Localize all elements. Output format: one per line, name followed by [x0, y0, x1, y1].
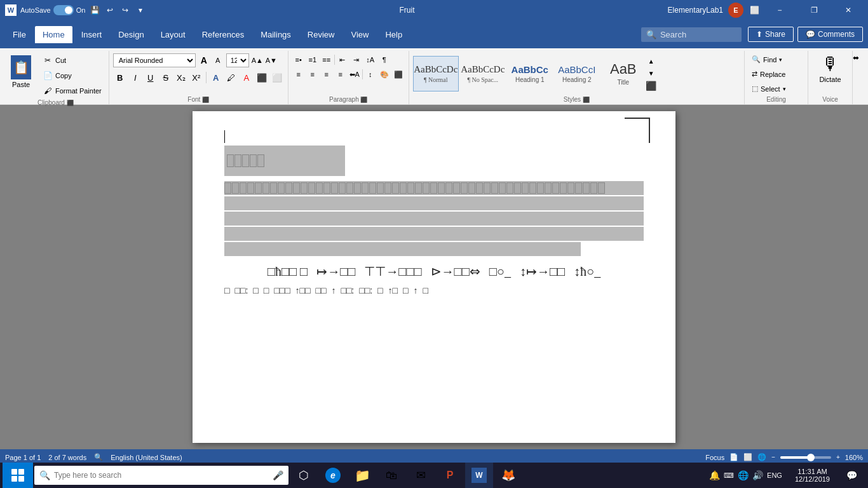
- bullets-button[interactable]: ≡•: [292, 53, 305, 66]
- char-shading-button[interactable]: ⬛: [255, 71, 269, 85]
- styles-label[interactable]: Styles ⬛: [413, 95, 740, 104]
- clock[interactable]: 11:31 AM 12/12/2019: [790, 468, 835, 483]
- autosave-toggle[interactable]: [53, 5, 74, 15]
- store-button[interactable]: 🛍: [377, 463, 405, 488]
- zoom-percent[interactable]: 160%: [845, 454, 863, 461]
- undo-button[interactable]: ↩: [104, 4, 116, 16]
- ribbon-collapse-button[interactable]: ⬌: [853, 53, 859, 62]
- decrease-indent-button[interactable]: ⇤: [336, 53, 349, 66]
- autosave-control[interactable]: AutoSave On: [20, 5, 85, 15]
- focus-label[interactable]: Focus: [705, 454, 724, 461]
- keyboard-icon[interactable]: ⌨: [724, 471, 734, 480]
- voice-label[interactable]: Voice: [812, 95, 848, 104]
- dictate-button[interactable]: 🎙: [822, 53, 839, 74]
- web-layout-icon[interactable]: 🌐: [757, 453, 766, 461]
- styles-scroll-down[interactable]: ▼: [647, 67, 656, 79]
- style-heading2[interactable]: AaBbCcI Heading 2: [554, 56, 600, 92]
- save-button[interactable]: 💾: [89, 4, 100, 16]
- more-actions-button[interactable]: ▾: [135, 4, 146, 16]
- menu-home[interactable]: Home: [35, 26, 72, 43]
- numbering-button[interactable]: ≡1: [306, 53, 319, 66]
- increase-indent-button[interactable]: ⇥: [350, 53, 363, 66]
- share-button[interactable]: ⬆ Share: [748, 27, 794, 42]
- justify-button[interactable]: ≡: [334, 68, 347, 81]
- mail-button[interactable]: ✉: [407, 463, 435, 488]
- bold-button[interactable]: B: [113, 71, 127, 85]
- close-button[interactable]: ✕: [834, 0, 863, 20]
- zoom-slider[interactable]: [780, 456, 831, 459]
- increase-size-button[interactable]: A▲: [252, 55, 263, 66]
- search-input[interactable]: [660, 30, 736, 39]
- volume-icon[interactable]: 🔊: [752, 470, 763, 480]
- select-button[interactable]: ⬚ Select ▾: [749, 83, 804, 95]
- paragraph-label[interactable]: Paragraph ⬛: [292, 95, 405, 104]
- highlight-button[interactable]: 🖊: [224, 71, 238, 85]
- style-title[interactable]: AaB Title: [601, 56, 646, 92]
- font-label[interactable]: Font ⬛: [113, 95, 284, 104]
- menu-references[interactable]: References: [194, 26, 252, 43]
- char-border-button[interactable]: ⬜: [270, 71, 284, 85]
- menu-file[interactable]: File: [5, 26, 34, 43]
- subscript-button[interactable]: X₂: [174, 71, 188, 85]
- clipboard-label[interactable]: Clipboard ⬛: [6, 98, 105, 107]
- comments-button[interactable]: 💬 Comments: [797, 27, 863, 42]
- show-marks-button[interactable]: ¶: [378, 53, 391, 66]
- styles-more-button[interactable]: ⬛: [647, 79, 656, 92]
- strikethrough-button[interactable]: S: [159, 71, 173, 85]
- superscript-button[interactable]: X²: [189, 71, 203, 85]
- taskbar-search-box[interactable]: 🔍 🎤: [34, 466, 288, 485]
- multilevel-button[interactable]: ≡≡: [320, 53, 333, 66]
- menu-layout[interactable]: Layout: [153, 26, 193, 43]
- menu-review[interactable]: Review: [300, 26, 342, 43]
- ltr-button[interactable]: ⬅A: [348, 68, 361, 81]
- paste-button[interactable]: 📋 Paste: [6, 53, 36, 90]
- redo-button[interactable]: ↪: [119, 4, 131, 16]
- align-center-button[interactable]: ≡: [306, 68, 319, 81]
- menu-mailings[interactable]: Mailings: [253, 26, 299, 43]
- find-button[interactable]: 🔍 Find ▾: [749, 53, 804, 65]
- shading-button[interactable]: 🎨: [378, 68, 391, 81]
- shrink-font-button[interactable]: A: [212, 55, 224, 66]
- editing-label[interactable]: Editing: [749, 95, 804, 104]
- style-heading1[interactable]: AaBbCc Heading 1: [507, 56, 553, 92]
- text-effects-button[interactable]: A: [209, 71, 223, 85]
- zoom-plus-icon[interactable]: +: [836, 454, 840, 461]
- menu-help[interactable]: Help: [377, 26, 410, 43]
- start-button[interactable]: [3, 463, 33, 488]
- style-normal[interactable]: AaBbCcDc ¶ Normal: [413, 56, 459, 92]
- menu-design[interactable]: Design: [111, 26, 151, 43]
- search-box[interactable]: 🔍: [641, 27, 742, 42]
- language-indicator[interactable]: ENG: [767, 471, 782, 479]
- font-size-select[interactable]: 12: [226, 53, 249, 67]
- borders-button[interactable]: ⬛: [392, 68, 405, 81]
- network-icon[interactable]: 🌐: [738, 470, 749, 480]
- format-painter-button[interactable]: 🖌 Format Painter: [39, 84, 105, 98]
- style-no-spacing[interactable]: AaBbCcDc ¶ No Spac...: [460, 56, 506, 92]
- minimize-button[interactable]: −: [765, 0, 794, 20]
- microphone-icon[interactable]: 🎤: [273, 470, 283, 480]
- grow-font-button[interactable]: A: [198, 55, 210, 66]
- restore-button[interactable]: ❐: [799, 0, 829, 20]
- powerpoint-button[interactable]: P: [436, 463, 464, 488]
- taskbar-search-input[interactable]: [54, 471, 269, 480]
- task-view-button[interactable]: ⬡: [290, 463, 318, 488]
- font-name-select[interactable]: Arial Rounded: [113, 53, 196, 67]
- word-taskbar-button[interactable]: W: [465, 463, 493, 488]
- action-center-button[interactable]: 💬: [837, 463, 865, 488]
- notifications-icon[interactable]: 🔔: [709, 470, 720, 480]
- italic-button[interactable]: I: [128, 71, 142, 85]
- print-layout-icon[interactable]: ⬜: [743, 453, 752, 461]
- align-left-button[interactable]: ≡: [292, 68, 305, 81]
- decrease-size-button[interactable]: A▼: [266, 55, 277, 66]
- user-avatar[interactable]: E: [728, 3, 743, 18]
- copy-button[interactable]: 📄 Copy: [39, 69, 105, 83]
- replace-button[interactable]: ⇄ Replace: [749, 68, 804, 80]
- explorer-button[interactable]: 📁: [348, 463, 376, 488]
- read-mode-icon[interactable]: 📄: [729, 453, 738, 461]
- styles-scroll-up[interactable]: ▲: [647, 55, 656, 67]
- line-spacing-button[interactable]: ↕: [364, 68, 377, 81]
- edge-button[interactable]: e: [319, 463, 347, 488]
- sort-button[interactable]: ↕A: [364, 53, 377, 66]
- font-color-button[interactable]: A: [240, 71, 254, 85]
- underline-button[interactable]: U: [144, 71, 158, 85]
